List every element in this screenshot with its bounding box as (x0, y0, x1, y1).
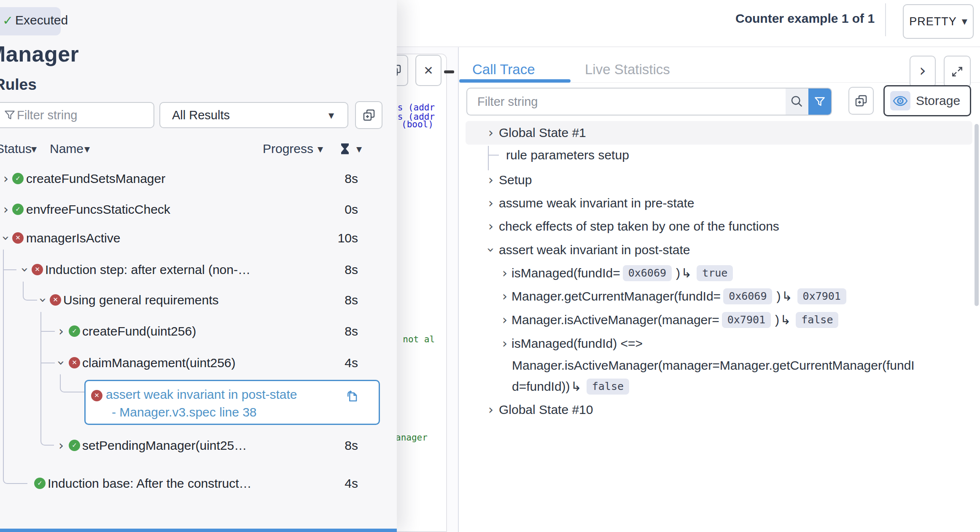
tree-line (3, 475, 27, 484)
results-filter-value: All Results (172, 103, 230, 127)
expand-chevron-icon[interactable]: › (499, 287, 510, 305)
pass-icon: ✓ (69, 440, 80, 451)
trace-tree-line (488, 146, 489, 170)
collapse-chevron-icon[interactable]: › (52, 358, 70, 368)
check-icon: ✓ (3, 13, 13, 28)
jump-to-source-icon[interactable] (344, 388, 360, 405)
rules-filter-field (0, 102, 154, 128)
code-fragment: anager (396, 433, 428, 443)
expand-chevron-icon[interactable]: › (499, 311, 510, 329)
rule-label[interactable]: Induction step: after external (non-… (45, 261, 250, 279)
rule-label[interactable]: createFundSetsManager (26, 170, 165, 188)
duration-hourglass-icon[interactable] (340, 142, 350, 155)
storage-toggle-button[interactable]: Storage (883, 85, 971, 116)
collapse-panel-button[interactable]: › (910, 56, 936, 88)
trace-row[interactable]: isManaged(fundId=0x6069)↳true (512, 264, 737, 282)
rule-label[interactable]: envfreeFuncsStaticCheck (26, 201, 170, 218)
trace-label: assert weak invariant in post-state (499, 241, 690, 259)
fail-icon: ✕ (69, 357, 80, 368)
expand-chevron-icon[interactable]: › (499, 264, 510, 282)
tree-line (41, 331, 55, 332)
expand-chevron-icon[interactable]: › (485, 218, 496, 235)
status-badge-label: Executed (15, 13, 68, 27)
code-close-button[interactable]: ✕ (415, 55, 442, 86)
trace-row[interactable]: isManaged(fundId) <=> (512, 335, 643, 352)
rules-filter-input[interactable] (17, 103, 143, 127)
format-select[interactable]: PRETTY ▼ (903, 4, 974, 39)
copy-plus-icon (854, 94, 868, 108)
trace-row[interactable]: rule parameters setup (506, 146, 629, 164)
fail-icon: ✕ (32, 264, 43, 275)
collapse-chevron-icon[interactable]: › (16, 265, 34, 275)
trace-filter-input[interactable] (467, 89, 789, 115)
trace-row[interactable]: assert weak invariant in post-state (499, 241, 690, 259)
rule-label[interactable]: Induction base: After the construct… (48, 475, 252, 492)
trace-filter-button[interactable] (808, 89, 831, 115)
column-progress[interactable]: Progress (263, 141, 313, 157)
trace-label: Global State #10 (499, 401, 593, 419)
eye-icon-box (890, 91, 910, 110)
rule-duration: 0s (345, 201, 358, 218)
expand-chevron-icon[interactable]: › (1, 201, 11, 218)
trace-row[interactable]: Global State #10 (499, 401, 593, 419)
rule-duration: 4s (345, 475, 358, 492)
trace-label: Manager.isActiveManager(manager= (512, 311, 719, 329)
pass-icon: ✓ (34, 478, 46, 489)
expand-chevron-icon[interactable]: › (1, 170, 11, 188)
search-icon (790, 94, 804, 109)
panel-progress-bar (0, 529, 397, 532)
trace-scrollbar-thumb[interactable] (975, 124, 979, 306)
trace-copy-button[interactable] (848, 87, 874, 115)
tab-call-trace[interactable]: Call Trace (472, 60, 535, 79)
violation-line2: - Manager.v3.spec line 38 (112, 404, 257, 421)
rule-label[interactable]: Using general requirements (63, 291, 219, 309)
column-name[interactable]: Name (50, 141, 83, 157)
trace-row[interactable]: Manager.isActiveManager(manager=Manager.… (512, 357, 915, 374)
trace-row[interactable]: Setup (499, 171, 532, 189)
return-arrow-icon: ↳ (571, 378, 582, 395)
expand-chevron-icon[interactable]: › (485, 401, 496, 419)
rule-label[interactable]: setPendingManager(uint25… (82, 437, 247, 454)
collapse-chevron-icon[interactable]: › (482, 245, 500, 255)
expand-chevron-icon[interactable]: › (485, 171, 496, 189)
expand-chevron-icon[interactable]: › (56, 437, 66, 454)
collapse-chevron-icon[interactable]: › (34, 295, 52, 305)
rule-label[interactable]: managerIsActive (26, 229, 120, 247)
trace-label: check effects of step taken by one of th… (499, 218, 779, 235)
trace-row[interactable]: d=fundId))↳false (512, 378, 633, 395)
value-chip: 0x6069 (623, 265, 672, 281)
trace-row[interactable]: check effects of step taken by one of th… (499, 218, 779, 235)
trace-row[interactable]: Manager.getCurrentManager(fundId=0x6069)… (512, 287, 851, 305)
expand-panel-button[interactable] (944, 56, 971, 88)
trace-label: ) (676, 264, 680, 282)
trace-row[interactable]: assume weak invariant in pre-state (499, 194, 695, 212)
expand-chevron-icon[interactable]: › (485, 194, 496, 212)
column-status[interactable]: Status (0, 141, 32, 157)
verification-report-screen: Counter example 1 of 1 PRETTY ▼ ✕ ns (ad… (0, 0, 980, 532)
trace-label: Manager.getCurrentManager(fundId= (512, 287, 721, 305)
code-fragment: (bool) (401, 119, 433, 129)
counterexample-label: Counter example 1 of 1 (735, 10, 870, 27)
selected-violation-card[interactable]: ✕ assert weak invariant in post-state - … (84, 380, 380, 425)
fail-icon: ✕ (91, 390, 102, 401)
expand-chevron-icon[interactable]: › (499, 335, 510, 352)
search-zone[interactable] (786, 89, 808, 115)
value-chip: 0x7901 (722, 312, 771, 328)
expand-chevron-icon[interactable]: › (56, 322, 66, 340)
pass-icon: ✓ (12, 204, 24, 215)
code-scrollbar-thumb[interactable] (444, 70, 454, 73)
trace-row[interactable]: Global State #1 (499, 124, 586, 142)
expand-chevron-icon[interactable]: › (485, 124, 496, 142)
sort-caret-icon[interactable]: ▼ (31, 145, 37, 153)
rules-copy-button[interactable] (355, 101, 382, 129)
sort-caret-icon[interactable]: ▼ (356, 145, 362, 153)
trace-row[interactable]: Manager.isActiveManager(manager=0x7901)↳… (512, 311, 843, 329)
rule-label[interactable]: createFund(uint256) (82, 322, 196, 340)
rule-label[interactable]: claimManagement(uint256) (82, 354, 236, 372)
trace-label: Global State #1 (499, 124, 586, 142)
sort-caret-icon[interactable]: ▼ (84, 145, 90, 153)
tab-live-statistics[interactable]: Live Statistics (585, 60, 670, 79)
results-filter-select[interactable]: All Results ▼ (159, 102, 348, 128)
pass-icon: ✓ (69, 325, 80, 337)
sort-caret-icon[interactable]: ▼ (318, 145, 323, 153)
